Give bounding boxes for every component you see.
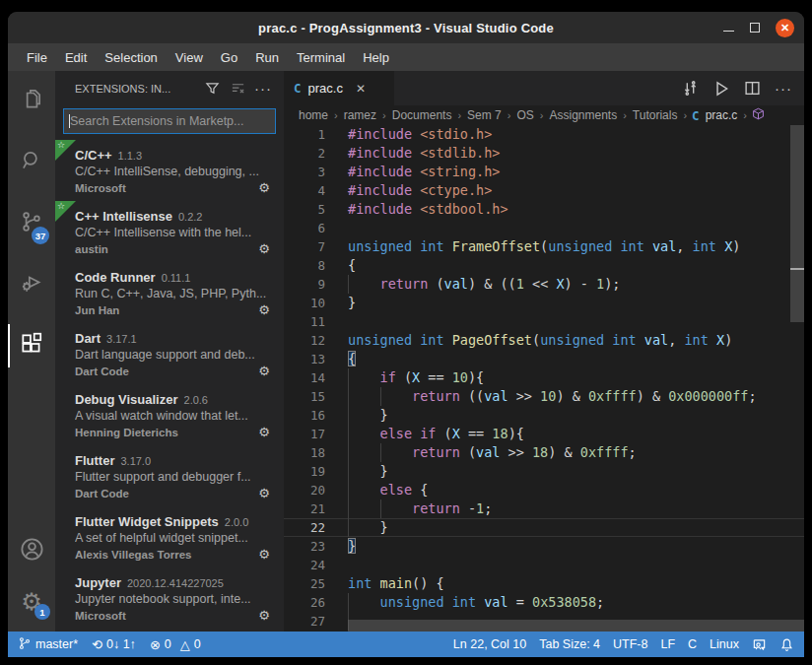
code-line-19[interactable]: 19 } [284,462,804,481]
breadcrumb[interactable]: home›ramez›Documents›Sem 7›OS›Assignment… [284,105,804,125]
code-line-15[interactable]: 15 return ((val >> 10) & 0xffff) & 0x000… [284,387,804,406]
split-editor-icon[interactable] [744,80,761,97]
extension-gear-icon[interactable]: ⚙ [258,425,270,439]
code-line-14[interactable]: 14 if (X == 10){ [284,368,804,387]
breadcrumb-item[interactable]: Documents [391,108,453,122]
menu-terminal[interactable]: Terminal [288,46,354,69]
extension-gear-icon[interactable]: ⚙ [258,180,270,195]
sidebar-item-explorer[interactable] [8,71,55,132]
breadcrumb-file[interactable]: prac.c [705,108,739,122]
tab-size[interactable]: Tab Size: 4 [539,637,600,651]
sync-indicator[interactable]: ⟲ 0↓ 1↑ [92,637,136,652]
code-line-4[interactable]: 4#include <ctype.h> [284,181,804,200]
code-line-12[interactable]: 12unsigned int PageOffset(unsigned int v… [284,331,804,350]
breadcrumb-item[interactable]: OS [515,108,534,122]
code-line-8[interactable]: 8{ [284,256,804,275]
code-line-9[interactable]: 9 return (val) & ((1 << X) - 1); [284,275,804,294]
menu-selection[interactable]: Selection [96,46,166,69]
code-line-5[interactable]: 5#include <stdbool.h> [284,200,804,219]
extension-list-item[interactable]: Code Runner0.11.1Run C, C++, Java, JS, P… [55,262,284,323]
extension-list: ☆C/C++1.1.3C/C++ IntelliSense, debugging… [55,140,284,632]
sidebar-item-run-debug[interactable] [8,254,55,315]
menu-help[interactable]: Help [354,46,398,69]
more-actions-icon[interactable]: ··· [250,78,276,100]
extension-version: 2020.12.414227025 [127,577,224,589]
code-line-16[interactable]: 16 } [284,406,804,425]
breadcrumb-item[interactable]: Assignments [548,108,618,122]
breadcrumb-item[interactable]: Sem 7 [466,108,503,122]
code-line-6[interactable]: 6 [284,219,804,237]
extension-gear-icon[interactable]: ⚙ [258,608,270,623]
code-editor[interactable]: 1#include <stdio.h>2#include <stdlib.h>3… [284,125,804,632]
extension-list-item[interactable]: Jupyter2020.12.414227025Jupyter notebook… [55,567,284,629]
minimize-icon[interactable] [723,31,734,33]
maximize-icon[interactable] [750,23,760,33]
code-line-10[interactable]: 10} [284,294,804,312]
code-line-24[interactable]: 24 [284,556,804,574]
extension-gear-icon[interactable]: ⚙ [258,302,270,317]
code-line-3[interactable]: 3#include <string.h> [284,163,804,181]
code-line-21[interactable]: 21 return -1; [284,499,804,518]
code-line-23[interactable]: 23} [284,537,804,556]
vertical-scrollbar[interactable] [790,125,804,322]
extension-list-item[interactable]: Dart3.17.1Dart language support and deb.… [55,323,284,384]
code-line-1[interactable]: 1#include <stdio.h> [284,125,804,144]
open-changes-icon[interactable] [682,80,699,97]
extension-gear-icon[interactable]: ⚙ [258,241,270,256]
code-line-18[interactable]: 18 return (val >> 18) & 0xffff; [284,443,804,462]
extension-gear-icon[interactable]: ⚙ [258,364,270,378]
search-icon [19,148,44,177]
menu-edit[interactable]: Edit [56,46,96,69]
extension-gear-icon[interactable]: ⚙ [258,547,270,562]
extension-list-item[interactable]: ☆C++ Intellisense0.2.2C/C++ Intellisense… [55,201,284,262]
encoding[interactable]: UTF-8 [613,637,647,651]
code-line-25[interactable]: 25int main() { [284,574,804,593]
feedback-icon[interactable] [752,637,767,652]
code-line-20[interactable]: 20 else { [284,481,804,499]
more-actions-icon[interactable]: ··· [775,80,792,97]
sidebar-item-search[interactable] [8,132,55,193]
branch-indicator[interactable]: master* [18,636,78,653]
indent-guide [348,462,349,481]
breadcrumb-item[interactable]: home [298,108,329,122]
close-icon[interactable] [776,19,794,37]
code-line-2[interactable]: 2#include <stdlib.h> [284,144,804,163]
breadcrumb-item[interactable]: ramez [343,108,377,122]
code-line-22[interactable]: 22 } [284,518,804,537]
problems-indicator[interactable]: ⊗ 0 △ 0 [150,637,201,652]
activity-bar: 37 ⚙ 1 [8,71,55,632]
breadcrumb-item[interactable]: Tutorials [632,108,679,122]
cursor-position[interactable]: Ln 22, Col 10 [453,637,526,651]
line-number: 22 [284,518,325,537]
code-line-26[interactable]: 26 unsigned int val = 0x538058; [284,593,804,612]
menu-run[interactable]: Run [246,46,288,69]
filter-icon[interactable] [199,78,225,100]
eol-indicator[interactable]: LF [660,637,675,651]
code-line-17[interactable]: 17 else if (X == 18){ [284,425,804,443]
menu-file[interactable]: File [18,46,56,69]
tab-prac-c[interactable]: C prac.c [284,71,394,105]
horizontal-scrollbar[interactable] [348,620,804,632]
extension-list-item[interactable]: Debug Visualizer2.0.6A visual watch wind… [55,384,284,445]
language-mode[interactable]: C [688,637,697,651]
sidebar-item-source-control[interactable]: 37 [8,193,55,254]
code-line-13[interactable]: 13{ [284,350,804,368]
notifications-bell-icon[interactable] [779,637,794,652]
code-line-7[interactable]: 7unsigned int FrameOffset(unsigned int v… [284,237,804,256]
tab-close-icon[interactable] [356,82,366,96]
extension-list-item[interactable]: Flutter Widget Snippets2.0.0A set of hel… [55,506,284,567]
extension-list-item[interactable]: ☆C/C++1.1.3C/C++ IntelliSense, debugging… [55,140,284,201]
search-input[interactable] [64,109,275,133]
sidebar-item-extensions[interactable] [8,315,55,376]
os-indicator[interactable]: Linux [710,637,739,651]
menu-go[interactable]: Go [212,46,246,69]
line-number: 26 [284,593,325,612]
code-line-11[interactable]: 11 [284,312,804,331]
settings-button[interactable]: ⚙ 1 [8,576,55,628]
menu-view[interactable]: View [167,46,212,69]
clear-search-icon[interactable] [225,78,250,100]
accounts-button[interactable] [8,525,55,576]
run-code-icon[interactable] [712,80,730,98]
extension-gear-icon[interactable]: ⚙ [258,486,270,500]
extension-list-item[interactable]: Flutter3.17.0Flutter support and debugge… [55,445,284,506]
